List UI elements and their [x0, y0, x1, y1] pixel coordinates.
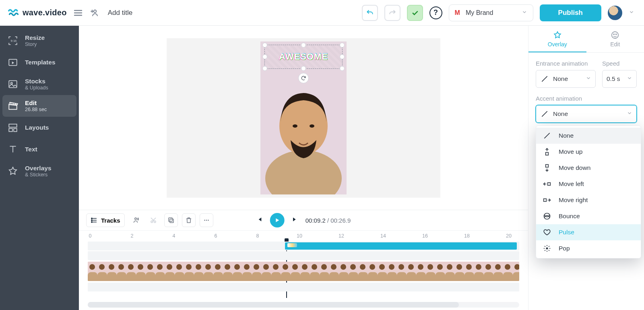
- sidebar-sublabel: 26.88 sec: [25, 107, 47, 112]
- resize-handle[interactable]: [262, 43, 267, 48]
- video-thumbnail: [146, 262, 155, 281]
- copy-button[interactable]: [164, 213, 178, 227]
- speed-select[interactable]: 0.5 s: [602, 70, 637, 88]
- empty-track[interactable]: [88, 251, 519, 260]
- account-chevron-icon[interactable]: [629, 9, 634, 17]
- cut-button[interactable]: [147, 213, 160, 227]
- resize-handle[interactable]: [340, 54, 345, 59]
- video-thumbnail: [436, 262, 445, 281]
- delete-button[interactable]: [182, 213, 196, 227]
- video-thumbnail: [291, 262, 300, 281]
- tab-label: Overlay: [548, 41, 567, 48]
- avatar[interactable]: [608, 6, 622, 20]
- svg-rect-18: [170, 219, 173, 223]
- publish-button[interactable]: Publish: [540, 4, 601, 21]
- accent-select[interactable]: None: [536, 105, 637, 123]
- svg-rect-28: [548, 183, 551, 186]
- more-button[interactable]: [200, 213, 213, 227]
- dropdown-option-move-down[interactable]: Move down: [536, 160, 641, 176]
- video-thumbnail: [204, 262, 213, 281]
- tab-edit[interactable]: Edit: [586, 26, 644, 52]
- voiceover-button[interactable]: [129, 213, 142, 227]
- resize-handle[interactable]: [301, 43, 306, 48]
- resize-handle[interactable]: [262, 66, 267, 71]
- next-frame-button[interactable]: [292, 216, 298, 224]
- sidebar-item-edit[interactable]: Edit26.88 sec: [2, 95, 76, 117]
- svg-point-13: [91, 220, 92, 221]
- dropdown-option-bounce[interactable]: Bounce: [536, 208, 641, 224]
- sidebar-item-text[interactable]: Text: [0, 138, 79, 160]
- resize-handle[interactable]: [301, 66, 306, 71]
- current-time: 00:09.2: [305, 217, 326, 224]
- dropdown-option-move-left[interactable]: Move left: [536, 176, 641, 192]
- video-thumbnail: [339, 262, 349, 281]
- svg-rect-27: [546, 165, 549, 167]
- dropdown-option-none[interactable]: None: [536, 128, 641, 144]
- video-thumbnail: [107, 262, 117, 281]
- redo-button[interactable]: [384, 5, 400, 21]
- sidebar-label: Edit: [25, 99, 47, 107]
- speed-value: 0.5 s: [607, 75, 620, 83]
- timeline-scrollbar[interactable]: [88, 302, 519, 308]
- speed-label: Speed: [602, 60, 637, 67]
- time-readout: 00:09.2 / 00:26.9: [305, 217, 351, 224]
- overlay-track[interactable]: [88, 242, 519, 250]
- sidebar-label: Resize: [25, 34, 45, 41]
- svg-rect-26: [546, 153, 549, 155]
- none-icon: [540, 74, 549, 83]
- canvas[interactable]: AWESOME: [79, 26, 528, 210]
- video-preview[interactable]: AWESOME: [260, 41, 347, 194]
- move-left-icon: [543, 180, 551, 188]
- sidebar-item-overlays[interactable]: Overlays& Stickers: [0, 160, 79, 182]
- resize-handle[interactable]: [262, 54, 267, 59]
- video-thumbnail: [397, 262, 407, 281]
- prev-frame-button[interactable]: [256, 216, 263, 224]
- svg-rect-3: [9, 81, 17, 87]
- dropdown-option-pop[interactable]: Pop: [536, 240, 641, 256]
- move-right-icon: [543, 196, 551, 205]
- brand-name: My Brand: [466, 9, 493, 17]
- entrance-select[interactable]: None: [536, 70, 596, 88]
- video-thumbnail: [97, 262, 107, 281]
- sidebar-item-templates[interactable]: Templates: [0, 52, 79, 73]
- sidebar-label: Overlays: [25, 165, 52, 172]
- heart-icon: [543, 228, 551, 237]
- option-label: Move right: [559, 196, 588, 204]
- help-button[interactable]: ?: [429, 6, 442, 19]
- dropdown-option-move-up[interactable]: Move up: [536, 144, 641, 160]
- rotate-handle[interactable]: [298, 73, 309, 83]
- chevron-down-icon: [586, 75, 591, 83]
- video-thumbnail: [493, 262, 503, 281]
- video-thumbnail: [378, 262, 387, 281]
- resize-handle[interactable]: [340, 66, 345, 71]
- sidebar-item-resize[interactable]: 9:16 ResizeStory: [0, 30, 79, 52]
- svg-point-15: [134, 218, 136, 220]
- dropdown-option-move-right[interactable]: Move right: [536, 192, 641, 208]
- svg-rect-29: [544, 199, 547, 202]
- sidebar-item-layouts[interactable]: Layouts: [0, 117, 79, 138]
- title-input[interactable]: Add title: [108, 9, 132, 17]
- share-icon[interactable]: [89, 8, 99, 18]
- tracks-button[interactable]: Tracks: [86, 213, 125, 227]
- sidebar-label: Templates: [25, 59, 56, 66]
- dropdown-option-pulse[interactable]: Pulse: [536, 224, 641, 240]
- svg-point-11: [310, 124, 314, 128]
- video-track[interactable]: [88, 262, 519, 281]
- audio-track[interactable]: [88, 283, 519, 291]
- svg-point-25: [616, 34, 617, 35]
- video-thumbnail: [484, 262, 493, 281]
- overlay-selection[interactable]: AWESOME: [264, 45, 343, 69]
- brand-select[interactable]: M My Brand: [449, 4, 533, 21]
- menu-icon[interactable]: [73, 8, 83, 18]
- scrollbar-thumb[interactable]: [88, 302, 459, 308]
- tab-overlay[interactable]: Overlay: [528, 26, 586, 52]
- resize-handle[interactable]: [340, 43, 345, 48]
- sidebar-item-stocks[interactable]: Stocks& Uploads: [0, 73, 79, 95]
- timeline-ruler[interactable]: 024681012141618202224: [79, 230, 528, 241]
- timeline: Tracks 00:09.2 / 00:26.9: [79, 210, 528, 310]
- overlay-clip[interactable]: [285, 242, 517, 250]
- play-button[interactable]: [270, 213, 285, 227]
- ruler-tick: 4: [173, 233, 175, 239]
- logo[interactable]: wave.video: [8, 7, 67, 19]
- undo-button[interactable]: [362, 5, 378, 21]
